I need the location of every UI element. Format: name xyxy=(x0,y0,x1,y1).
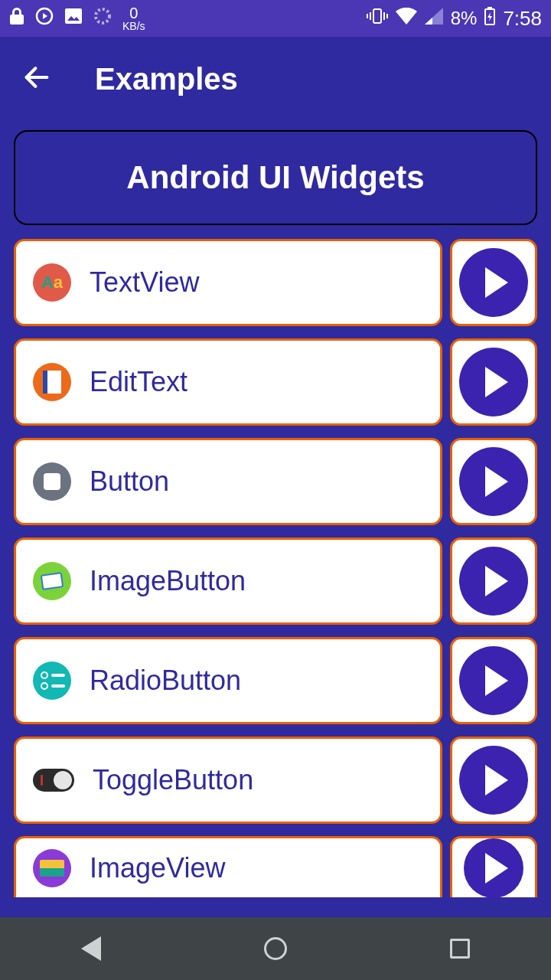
svg-rect-3 xyxy=(373,9,381,23)
list-item: ImageButton xyxy=(14,537,537,625)
app-bar: Examples xyxy=(0,37,551,121)
item-label: TextView xyxy=(90,266,199,299)
battery-icon xyxy=(484,7,495,30)
image-status-icon xyxy=(64,8,83,29)
svg-rect-1 xyxy=(65,8,82,24)
section-header: Android UI Widgets xyxy=(14,130,537,225)
svg-rect-9 xyxy=(487,7,492,9)
item-label: Button xyxy=(90,466,169,498)
item-card-button[interactable]: Button xyxy=(14,438,442,525)
play-icon xyxy=(459,447,528,516)
item-label: ImageView xyxy=(90,852,225,884)
textview-icon: Aa xyxy=(33,263,71,302)
loading-status-icon xyxy=(93,7,112,30)
status-left: 0 KB/s xyxy=(9,5,145,31)
play-button[interactable] xyxy=(450,737,537,824)
play-button[interactable] xyxy=(450,537,537,625)
play-button[interactable] xyxy=(450,637,537,724)
section-title: Android UI Widgets xyxy=(126,159,424,196)
imageview-icon xyxy=(33,849,71,887)
play-button[interactable] xyxy=(450,239,537,326)
play-icon xyxy=(459,348,528,416)
lock-icon xyxy=(9,7,24,30)
back-button[interactable] xyxy=(21,62,52,96)
button-icon xyxy=(33,462,71,501)
item-card-togglebutton[interactable]: ToggleButton xyxy=(14,737,442,824)
battery-percent: 8% xyxy=(451,8,478,29)
page-title: Examples xyxy=(95,62,238,96)
item-label: EditText xyxy=(90,366,187,398)
svg-point-2 xyxy=(96,9,109,23)
item-label: RadioButton xyxy=(90,665,241,697)
status-right: 8% 7:58 xyxy=(367,7,542,31)
status-bar: 0 KB/s 8% 7:58 xyxy=(0,0,551,37)
list-item: RadioButton xyxy=(14,637,537,724)
list-item: ImageView xyxy=(14,836,537,897)
list-item: Button xyxy=(14,438,537,525)
network-speed: 0 KB/s xyxy=(122,5,145,31)
imagebutton-icon xyxy=(33,562,71,600)
list-item: ToggleButton xyxy=(14,737,537,824)
signal-icon xyxy=(425,8,443,29)
navigation-bar xyxy=(0,917,551,980)
vibrate-icon xyxy=(367,8,388,29)
play-icon xyxy=(459,646,528,715)
togglebutton-icon xyxy=(33,769,74,792)
widget-list: Aa TextView EditText Button ImageButton xyxy=(0,225,551,917)
play-button[interactable] xyxy=(450,338,537,426)
play-button[interactable] xyxy=(450,836,537,897)
item-card-edittext[interactable]: EditText xyxy=(14,338,442,426)
play-icon xyxy=(459,547,528,616)
radiobutton-icon xyxy=(33,662,71,700)
item-label: ToggleButton xyxy=(93,764,253,796)
list-item: Aa TextView xyxy=(14,239,537,326)
play-icon xyxy=(464,838,523,898)
item-card-imageview[interactable]: ImageView xyxy=(14,836,442,897)
item-card-radiobutton[interactable]: RadioButton xyxy=(14,637,442,724)
wifi-icon xyxy=(396,8,417,29)
item-card-textview[interactable]: Aa TextView xyxy=(14,239,442,326)
item-label: ImageButton xyxy=(90,565,246,597)
kbs-value: 0 xyxy=(129,5,138,21)
nav-back-button[interactable] xyxy=(81,936,101,961)
edittext-icon xyxy=(33,363,71,401)
play-status-icon xyxy=(35,7,54,30)
item-card-imagebutton[interactable]: ImageButton xyxy=(14,537,442,625)
nav-recent-button[interactable] xyxy=(450,939,470,959)
clock: 7:58 xyxy=(503,7,542,31)
nav-home-button[interactable] xyxy=(264,937,287,960)
list-item: EditText xyxy=(14,338,537,426)
play-button[interactable] xyxy=(450,438,537,525)
play-icon xyxy=(459,746,528,815)
kbs-unit: KB/s xyxy=(122,21,145,31)
play-icon xyxy=(459,248,528,317)
